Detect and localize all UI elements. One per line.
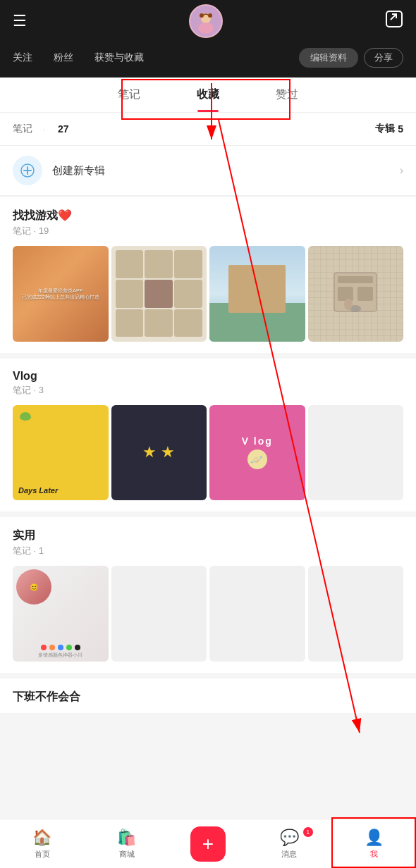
likes-stat[interactable]: 获赞与收藏: [94, 51, 144, 64]
days-later-text: Days Later: [18, 486, 58, 495]
me-icon: 👤: [365, 829, 384, 847]
game-image-4[interactable]: [308, 246, 404, 342]
create-album-label: 创建新专辑: [52, 164, 400, 178]
practical-section-subtitle: 笔记 · 1: [13, 545, 403, 557]
practical-image-2: [111, 566, 207, 662]
nav-home-label: 首页: [35, 849, 50, 860]
nav-message-label: 消息: [281, 849, 297, 860]
vlog-section-title: Vlog: [13, 370, 403, 383]
game-grid-item: [116, 250, 144, 278]
game-grid-item: [116, 309, 144, 337]
games-section-subtitle: 笔记 · 19: [13, 225, 403, 237]
vlog-image-grid: Days Later ★ ★ V log 🪐: [13, 405, 403, 512]
message-badge: 1: [303, 827, 313, 837]
sub-tab-notes[interactable]: 笔记: [13, 120, 32, 138]
albums-count-badge: 5: [398, 123, 403, 135]
home-icon: 🏠: [32, 829, 51, 847]
practical-image-3: [209, 566, 305, 662]
nav-message[interactable]: 💬 消息 1: [269, 829, 310, 860]
games-image-grid: 年度最爱经营类APP已完成222种以上总共出品精心打造: [13, 246, 403, 353]
section-work: 下班不作会合: [0, 678, 416, 713]
section-vlog: Vlog 笔记 · 3 Days Later ★ ★ V log 🪐: [0, 359, 416, 512]
nav-add-button[interactable]: +: [190, 826, 226, 862]
star-icon: ★ ★: [142, 443, 175, 461]
share-button[interactable]: 分享: [364, 48, 403, 68]
tab-notes[interactable]: 笔记: [90, 78, 169, 112]
games-section-title: 找找游戏❤️: [13, 209, 403, 223]
avatar[interactable]: [189, 4, 223, 38]
vlog-image-1[interactable]: Days Later: [13, 405, 109, 501]
header: ☰: [0, 0, 416, 42]
vlog-image-3[interactable]: V log 🪐: [209, 405, 305, 501]
nav-me-label: 我: [370, 849, 378, 860]
create-album-chevron: ›: [400, 164, 403, 177]
shop-icon: 🛍️: [117, 829, 136, 847]
message-icon: 💬: [280, 829, 299, 847]
game-grid-item: [174, 250, 202, 278]
menu-icon[interactable]: ☰: [13, 13, 27, 29]
svg-point-18: [344, 299, 353, 310]
stats-buttons: 编辑资料 分享: [299, 48, 403, 68]
game-grid-item: [116, 280, 144, 308]
edit-profile-button[interactable]: 编辑资料: [299, 48, 358, 68]
nav-home[interactable]: 🏠 首页: [21, 829, 63, 860]
svg-rect-15: [338, 287, 353, 301]
add-icon: +: [202, 834, 214, 854]
game-image-1[interactable]: 年度最爱经营类APP已完成222种以上总共出品精心打造: [13, 246, 109, 342]
create-album-icon: [13, 156, 42, 185]
svg-point-2: [198, 23, 214, 34]
practical-image-4: [308, 566, 404, 662]
content-scroll: 笔记 · 27 专辑 5 创建新专辑 › 找找游戏❤️ 笔记 · 19 年度最爱…: [0, 113, 416, 775]
game-image-2[interactable]: [111, 246, 207, 342]
game-grid-item: [174, 280, 202, 308]
practical-section-title: 实用: [13, 528, 403, 543]
section-practical: 实用 笔记 · 1 😊 多情感颜色神器小川: [0, 517, 416, 673]
tab-favorites[interactable]: 收藏: [169, 78, 247, 112]
nav-shop[interactable]: 🛍️ 商城: [106, 829, 147, 860]
practical-image-grid: 😊 多情感颜色神器小川: [13, 566, 403, 673]
stats-bar: 关注 粉丝 获赞与收藏 编辑资料 分享: [0, 42, 416, 78]
fans-stat[interactable]: 粉丝: [54, 51, 73, 64]
create-album-row[interactable]: 创建新专辑 ›: [0, 146, 416, 196]
nav-shop-label: 商城: [119, 849, 135, 860]
game-grid-item: [174, 309, 202, 337]
nav-me[interactable]: 👤 我: [353, 829, 395, 860]
vlog-image-2[interactable]: ★ ★: [111, 405, 207, 501]
section-games: 找找游戏❤️ 笔记 · 19 年度最爱经营类APP已完成222种以上总共出品精心…: [0, 197, 416, 353]
sub-tab-divider: ·: [42, 123, 45, 135]
game-grid-item: [145, 309, 173, 337]
bottom-nav: 🏠 首页 🛍️ 商城 + 💬 消息 1 👤 我: [0, 819, 416, 868]
vlog-planet: 🪐: [247, 450, 267, 469]
game-img1-text: 年度最爱经营类APP已完成222种以上总共出品精心打造: [22, 287, 99, 300]
vlog-text: V log: [242, 435, 273, 447]
tabs-container: 笔记 收藏 赞过: [0, 78, 416, 113]
svg-rect-16: [357, 287, 373, 301]
notes-count-badge: 27: [58, 123, 69, 135]
sub-tab-albums[interactable]: 专辑: [375, 120, 395, 138]
tab-liked[interactable]: 赞过: [247, 78, 326, 112]
sub-tabs: 笔记 · 27 专辑 5: [0, 113, 416, 146]
game-grid-item: [145, 280, 173, 308]
vlog-image-4[interactable]: [308, 405, 404, 501]
game-image-3[interactable]: [209, 246, 305, 342]
work-section-title: 下班不作会合: [13, 690, 403, 705]
svg-rect-14: [338, 276, 373, 283]
export-icon[interactable]: [385, 10, 403, 32]
follow-stat[interactable]: 关注: [13, 51, 32, 64]
game-grid-item: [145, 250, 173, 278]
practical-image-1[interactable]: 😊 多情感颜色神器小川: [13, 566, 109, 662]
vlog-section-subtitle: 笔记 · 3: [13, 384, 403, 397]
